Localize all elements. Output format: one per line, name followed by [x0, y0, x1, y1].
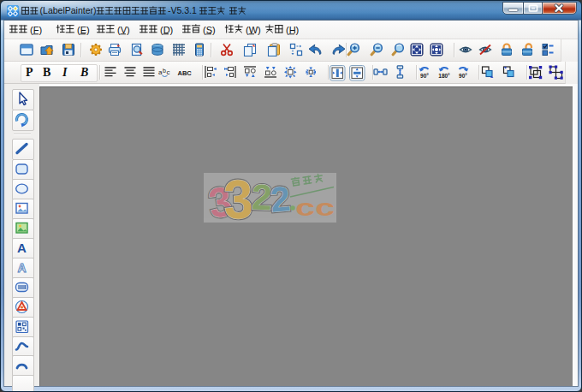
svg-text:(F): (F) [30, 25, 42, 35]
svg-text:(H): (H) [286, 25, 299, 35]
svg-text:I: I [62, 66, 68, 79]
svg-text:2: 2 [269, 179, 292, 220]
svg-text:cc: cc [295, 195, 335, 221]
svg-text:90°: 90° [420, 73, 429, 79]
svg-text:A: A [17, 241, 27, 255]
svg-text:(W): (W) [246, 25, 261, 35]
svg-text:180°: 180° [438, 73, 450, 79]
svg-text:(S): (S) [203, 25, 216, 35]
svg-text:B: B [43, 66, 50, 79]
svg-text:(E): (E) [77, 25, 90, 35]
svg-text:(V): (V) [117, 25, 130, 35]
svg-text:(LabelPainter): (LabelPainter) [40, 5, 97, 15]
svg-text:A: A [17, 261, 26, 275]
svg-text:-V5.3.1: -V5.3.1 [168, 5, 197, 15]
svg-text:c: c [167, 68, 170, 76]
svg-text:B: B [80, 66, 88, 79]
svg-text:P: P [26, 66, 33, 79]
svg-text:b: b [163, 68, 166, 74]
svg-text:3: 3 [223, 173, 253, 223]
svg-text:90°: 90° [459, 73, 467, 79]
svg-text:(D): (D) [160, 25, 173, 35]
svg-text:ABC: ABC [178, 69, 193, 77]
